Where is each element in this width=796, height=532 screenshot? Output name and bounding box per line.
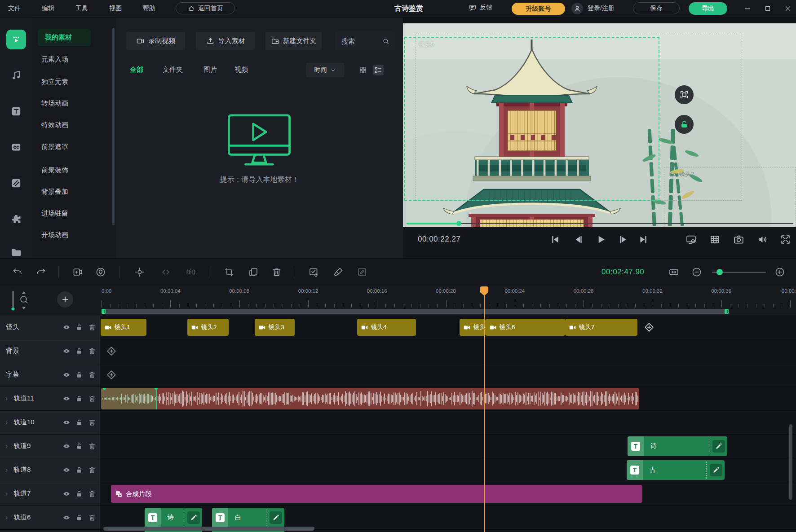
lock-icon[interactable] [75,490,83,498]
pen-icon[interactable] [710,464,722,476]
timeline-horizontal-scrollbar[interactable] [103,527,314,531]
track-header-track7[interactable]: 轨道7 [0,482,100,506]
redo-button[interactable] [35,267,46,277]
playhead-tool-icon[interactable] [10,290,16,311]
eye-icon[interactable] [62,490,71,498]
pen-icon[interactable] [270,511,282,524]
sort-dropdown[interactable]: 时间 [306,63,345,77]
home-button[interactable]: 返回首页 [176,2,235,14]
trash-icon[interactable] [88,418,96,426]
shot5-selection-box[interactable]: 镜头5 [404,37,659,201]
tab-image[interactable]: 图片 [203,66,217,74]
preview-viewport[interactable]: 镜头2 镜头5 [403,23,796,227]
sidebar-item-my-media[interactable]: 我的素材 [38,29,91,46]
crop-button[interactable] [224,267,234,277]
eye-icon[interactable] [62,418,71,426]
timeline-clip-text[interactable]: T白 [212,508,284,528]
eye-icon[interactable] [62,466,71,474]
eye-icon[interactable] [62,347,71,355]
progress-handle[interactable] [456,221,461,226]
sidebar-item-foreground-decor[interactable]: 前景装饰 [41,166,68,175]
timeline-ruler[interactable]: 0:0000:00:0400:00:0800:00:1200:00:1600:0… [0,285,796,316]
chevron-right-icon[interactable] [4,444,9,449]
eye-icon[interactable] [62,323,71,331]
track-header-track11[interactable]: 轨道11 [0,387,100,410]
close-icon[interactable] [784,4,792,13]
sidebar-scrollbar[interactable] [112,28,115,225]
sidebar-item-foreground-mask[interactable]: 前景遮罩 [41,143,68,151]
copy-button[interactable] [248,267,259,277]
lock-icon[interactable] [75,347,83,355]
menu-edit[interactable]: 编辑 [42,4,54,13]
tab-video[interactable]: 视频 [234,66,248,74]
rail-item-subtitle[interactable] [6,137,26,157]
range-handle-left[interactable] [102,309,106,314]
chevron-right-icon[interactable] [4,467,9,473]
lock-icon[interactable] [75,323,83,331]
trash-icon[interactable] [88,371,96,379]
track-header-background[interactable]: 背景 [0,339,100,363]
zoom-in-icon[interactable] [774,267,785,277]
chevron-right-icon[interactable] [4,396,9,402]
code-button[interactable] [160,267,171,277]
eye-icon[interactable] [62,514,71,522]
fullscreen-icon[interactable] [780,234,791,245]
skip-end-icon[interactable] [638,234,649,245]
skip-start-icon[interactable] [549,234,561,245]
rail-item-effects[interactable] [6,209,26,229]
trash-icon[interactable] [88,514,96,522]
new-folder-button[interactable]: 新建文件夹 [265,32,322,50]
diamond-plus-icon[interactable] [106,346,117,356]
feedback-button[interactable]: 反馈 [469,4,492,12]
snapshot-icon[interactable] [733,234,744,245]
diamond-plus-icon[interactable] [106,369,117,380]
timeline-clip-text[interactable]: T诗 [628,436,727,456]
track-lane-background[interactable] [100,339,796,363]
timeline-clip-shot[interactable]: 镜头3 [255,319,295,336]
lock-icon[interactable] [75,466,83,474]
track-lane-track6[interactable]: T诗T白 [100,506,796,529]
zoom-range-icon[interactable] [19,290,29,310]
timeline-clip-shot[interactable]: 镜头7 [565,319,637,336]
search-icon[interactable] [382,37,390,45]
menu-help[interactable]: 帮助 [143,4,155,13]
timeline-vertical-scrollbar[interactable] [789,424,792,500]
split-button[interactable] [186,267,196,277]
trash-icon[interactable] [88,395,96,403]
trash-icon[interactable] [88,490,96,498]
trash-icon[interactable] [88,347,96,355]
track-lane-track9[interactable]: T诗 [100,435,796,458]
preview-progress-bar[interactable] [403,221,796,226]
shot2-frame-guide[interactable]: 镜头2 [664,167,796,227]
sidebar-item-transition-anim[interactable]: 转场动画 [41,99,68,108]
rail-item-transition[interactable] [6,173,26,193]
track-header-shot[interactable]: 镜头 [0,316,100,339]
rail-item-audio[interactable] [6,66,26,85]
eye-icon[interactable] [62,395,71,403]
grid-view-icon[interactable] [358,65,368,75]
frame-forward-icon[interactable] [618,234,629,245]
lock-icon[interactable] [75,418,83,426]
lock-frame-icon[interactable] [675,115,694,134]
frame-back-icon[interactable] [573,234,584,245]
track-lane-track10[interactable] [100,411,796,434]
tab-folder[interactable]: 文件夹 [163,66,183,74]
timeline-clip-text[interactable]: T古 [627,460,725,480]
sidebar-item-element-enter[interactable]: 元素入场 [41,55,68,64]
export-button[interactable]: 导出 [689,2,727,15]
zoom-out-icon[interactable] [691,267,702,277]
chevron-right-icon[interactable] [4,491,9,497]
magnet-button[interactable] [95,267,106,277]
login-button[interactable]: 登录/注册 [588,4,615,13]
fit-timeline-icon[interactable] [668,267,679,277]
lock-icon[interactable] [75,395,83,403]
trash-icon[interactable] [88,323,96,331]
save-button[interactable]: 保存 [633,2,680,14]
track-lane-track11[interactable] [100,387,796,410]
maximize-icon[interactable] [764,4,772,13]
timeline-clip-shot[interactable]: 镜头6 [486,319,565,336]
timeline-clip-shot[interactable]: 镜头1 [101,319,146,336]
pen-icon[interactable] [187,511,200,524]
sidebar-item-background-overlay[interactable]: 背景叠加 [41,188,68,196]
list-view-icon[interactable] [373,65,384,75]
